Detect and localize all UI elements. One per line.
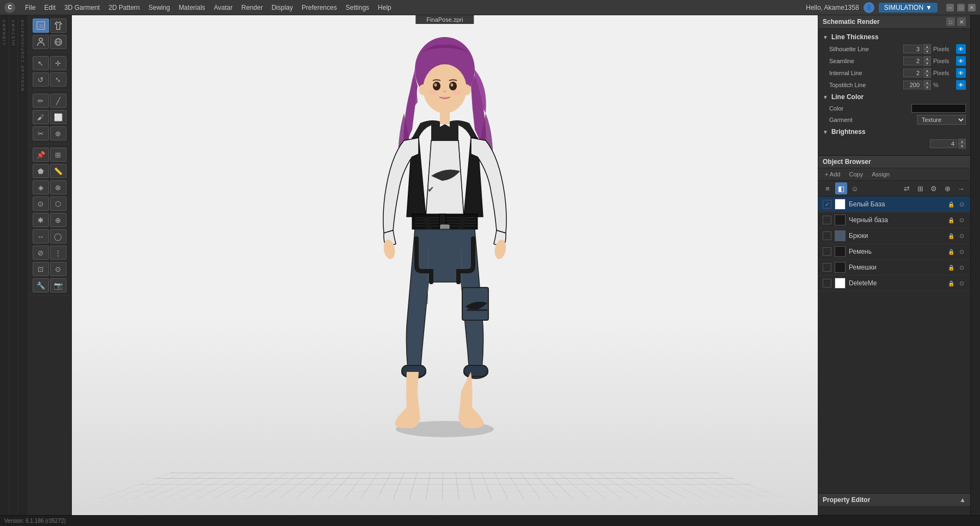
ob-item-check-1[interactable] — [823, 216, 831, 224]
ob-item-check-2[interactable] — [823, 231, 831, 240]
tool-pen[interactable]: ✏ — [33, 94, 49, 108]
tool-measure[interactable]: 📏 — [50, 164, 66, 178]
internal-line-input[interactable] — [903, 69, 922, 77]
topstitch-up-arrow[interactable]: ▲ — [923, 80, 931, 85]
tool-globe[interactable] — [50, 35, 66, 49]
menu-sewing[interactable]: Sewing — [144, 0, 174, 15]
silhouette-up-arrow[interactable]: ▲ — [923, 44, 931, 49]
ob-item-lock-4[interactable]: 🔒 — [947, 263, 955, 272]
menu-display[interactable]: Display — [267, 0, 297, 15]
ob-item-check-4[interactable] — [823, 263, 831, 272]
app-logo[interactable]: C — [4, 2, 15, 13]
tool-3d-view[interactable]: 3D — [33, 19, 49, 33]
tool-sim[interactable]: ⊗ — [50, 180, 66, 194]
tool-corner[interactable]: ↔ — [33, 229, 49, 243]
ob-item-visibility-5[interactable]: ⊙ — [957, 279, 966, 288]
ob-item-3[interactable]: Ремень🔒⊙ — [818, 244, 970, 260]
viewport[interactable]: FinaPose.zpri — [72, 15, 818, 515]
tool-align[interactable]: ⊘ — [33, 246, 49, 260]
brightness-up-arrow[interactable]: ▲ — [958, 139, 966, 144]
tool-avatar[interactable] — [33, 35, 49, 49]
tool-sew[interactable]: ⊕ — [50, 126, 66, 140]
brightness-input[interactable] — [930, 139, 957, 148]
line-color-section[interactable]: ▼ Line Color — [823, 93, 966, 101]
tool-arrange[interactable]: ⬟ — [33, 164, 49, 178]
tool-line[interactable]: ╱ — [50, 94, 66, 108]
ob-item-5[interactable]: DeleteMe🔒⊙ — [818, 276, 970, 291]
tool-edit2[interactable]: ⊙ — [33, 197, 49, 211]
tool-distribute[interactable]: ⋮ — [50, 246, 66, 260]
tool-cut[interactable]: ✂ — [33, 126, 49, 140]
ob-item-check-3[interactable] — [823, 247, 831, 256]
brightness-section[interactable]: ▼ Brightness — [823, 128, 966, 136]
menu-edit[interactable]: Edit — [40, 0, 60, 15]
ob-material-icon[interactable]: ◧ — [835, 182, 847, 194]
tool-snap[interactable]: ✱ — [33, 213, 49, 227]
tool-brush[interactable]: 🖌 — [33, 110, 49, 124]
line-thickness-section[interactable]: ▼ Line Thickness — [823, 33, 966, 41]
tool-camera[interactable]: 📷 — [50, 278, 66, 292]
line-color-swatch[interactable] — [911, 104, 966, 113]
ob-settings-icon[interactable]: ⚙ — [928, 182, 940, 194]
ob-item-visibility-0[interactable]: ⊙ — [957, 200, 966, 209]
tool-pin[interactable]: 📌 — [33, 148, 49, 162]
ob-item-lock-1[interactable]: 🔒 — [947, 216, 955, 224]
menu-file[interactable]: File — [21, 0, 40, 15]
ob-filter-icon[interactable]: ⊞ — [914, 182, 926, 194]
ob-item-visibility-1[interactable]: ⊙ — [957, 216, 966, 224]
maximize-button[interactable]: □ — [957, 4, 965, 11]
garment-select[interactable]: Texture Color None — [917, 115, 966, 125]
ob-item-lock-2[interactable]: 🔒 — [947, 231, 955, 240]
menu-2d-pattern[interactable]: 2D Pattern — [104, 0, 144, 15]
tool-fold[interactable]: ⬡ — [50, 197, 66, 211]
tool-point[interactable]: ⊕ — [50, 213, 66, 227]
internal-up-arrow[interactable]: ▲ — [923, 68, 931, 73]
close-button[interactable]: ✕ — [968, 4, 976, 11]
tool-select[interactable]: ↖ — [33, 56, 49, 70]
seamline-input[interactable] — [903, 57, 922, 65]
add-label[interactable]: + Add — [822, 170, 843, 179]
panel-close-btn[interactable]: ✕ — [957, 17, 966, 26]
tool-weld[interactable]: ◈ — [33, 180, 49, 194]
topstitch-input[interactable] — [903, 81, 922, 89]
topstitch-eye-btn[interactable]: 👁 — [956, 80, 966, 90]
minimize-button[interactable]: ─ — [946, 4, 954, 11]
topstitch-down-arrow[interactable]: ▼ — [923, 85, 931, 90]
tool-circle[interactable]: ◯ — [50, 229, 66, 243]
ob-item-lock-0[interactable]: 🔒 — [947, 200, 955, 209]
tool-extra[interactable]: 🔧 — [33, 278, 49, 292]
menu-settings[interactable]: Settings — [341, 0, 373, 15]
tool-scale[interactable]: ⤡ — [50, 72, 66, 87]
seamline-up-arrow[interactable]: ▲ — [923, 56, 931, 61]
menu-avatar[interactable]: Avatar — [210, 0, 237, 15]
ob-item-2[interactable]: Брюки🔒⊙ — [818, 228, 970, 244]
ob-item-visibility-2[interactable]: ⊙ — [957, 231, 966, 240]
ob-item-4[interactable]: Ремешки🔒⊙ — [818, 260, 970, 276]
ob-item-visibility-4[interactable]: ⊙ — [957, 263, 966, 272]
tool-rotate[interactable]: ↺ — [33, 72, 49, 87]
ob-item-check-0[interactable]: ✓ — [823, 200, 831, 209]
seamline-eye-btn[interactable]: 👁 — [956, 56, 966, 66]
ob-item-0[interactable]: ✓Белый База🔒⊙ — [818, 197, 970, 212]
assign-label[interactable]: Assign — [868, 170, 893, 179]
ob-expand-icon[interactable]: ⊕ — [941, 182, 953, 194]
property-editor-expand[interactable]: ▲ — [959, 496, 966, 504]
brightness-down-arrow[interactable]: ▼ — [958, 144, 966, 149]
ob-item-1[interactable]: Черный база🔒⊙ — [818, 212, 970, 228]
ob-item-lock-5[interactable]: 🔒 — [947, 279, 955, 288]
silhouette-down-arrow[interactable]: ▼ — [923, 49, 931, 54]
ob-arrow-icon[interactable]: → — [955, 182, 967, 194]
ob-item-visibility-3[interactable]: ⊙ — [957, 247, 966, 256]
internal-down-arrow[interactable]: ▼ — [923, 73, 931, 78]
tool-eraser[interactable]: ⬜ — [50, 110, 66, 124]
ob-hamburger-icon[interactable]: ≡ — [822, 182, 834, 194]
tool-target[interactable]: ⊡ — [33, 262, 49, 276]
menu-help[interactable]: Help — [373, 0, 396, 15]
ob-face-icon[interactable]: ☺ — [849, 182, 861, 194]
ob-item-check-5[interactable] — [823, 279, 831, 288]
menu-materials[interactable]: Materials — [174, 0, 210, 15]
tool-garment[interactable] — [50, 19, 66, 33]
tool-grid[interactable]: ⊞ — [50, 148, 66, 162]
ob-item-lock-3[interactable]: 🔒 — [947, 247, 955, 256]
tool-move[interactable]: ✛ — [50, 56, 66, 70]
